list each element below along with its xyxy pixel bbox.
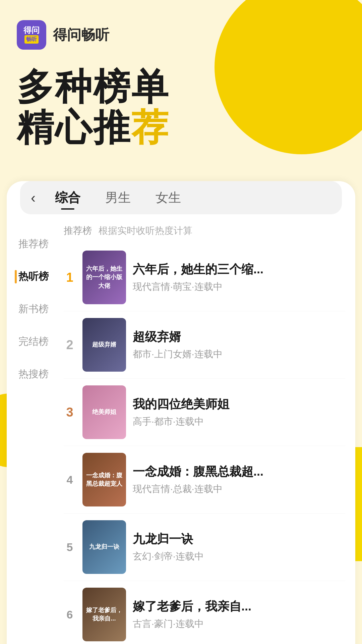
sidebar-item-new[interactable]: 新书榜 <box>7 293 60 325</box>
logo-top-text: 得问 <box>23 26 40 34</box>
book-rank: 4 <box>64 473 76 486</box>
tab-bar: ‹ 综合 男生 女生 <box>20 181 342 214</box>
book-tags: 古言·豪门·连载中 <box>133 618 345 630</box>
recommend-label: 推荐榜 <box>64 224 92 237</box>
book-title: 超级弃婿 <box>133 329 345 345</box>
back-button[interactable]: ‹ <box>28 187 41 209</box>
book-title: 嫁了老爹后，我亲自... <box>133 599 345 614</box>
hero-title-line2-part2: 荐 <box>131 107 170 148</box>
hero-title-line2-part1: 精心推 <box>17 107 131 148</box>
hero-title-line2: 精心推荐 <box>17 107 345 148</box>
sidebar: 推荐榜 热听榜 新书榜 完结榜 热搜榜 <box>7 221 60 644</box>
book-item-2[interactable]: 2 超级弃婿 超级弃婿 都市·上门女婿·连载中 <box>64 311 345 379</box>
tab-comprehensive[interactable]: 综合 <box>44 184 91 212</box>
book-tags: 都市·上门女婿·连载中 <box>133 348 345 361</box>
hero-title-line1: 多种榜单 <box>17 66 345 107</box>
main-card: ‹ 综合 男生 女生 推荐榜 热听榜 新书榜 完结榜 热搜 <box>7 181 355 644</box>
book-item-6[interactable]: 6 嫁了老爹后，我亲自... 嫁了老爹后，我亲自... 古言·豪门·连载中 <box>64 581 345 644</box>
book-info: 六年后，她生的三个缩... 现代言情·萌宝·连载中 <box>133 262 345 293</box>
book-cover: 九龙归一诀 <box>82 520 126 574</box>
book-list-container: 1 六年后，她生的一个缩小版大佬 六年后，她生的三个缩... 现代言情·萌宝·连… <box>64 244 345 644</box>
sidebar-item-completed[interactable]: 完结榜 <box>7 325 60 358</box>
book-info: 超级弃婿 都市·上门女婿·连载中 <box>133 329 345 361</box>
sidebar-item-recommend[interactable]: 推荐榜 <box>7 228 60 260</box>
recommend-header: 推荐榜 根据实时收听热度计算 <box>64 221 345 244</box>
book-title: 六年后，她生的三个缩... <box>133 262 345 277</box>
book-cover: 一念成婚：腹黑总裁超宠人 <box>82 453 126 506</box>
book-info: 我的四位绝美师姐 高手·都市·连载中 <box>133 396 345 428</box>
book-rank: 2 <box>64 338 76 352</box>
book-tags: 高手·都市·连载中 <box>133 415 345 428</box>
book-cover: 嫁了老爹后，我亲自... <box>82 588 126 641</box>
book-tags: 现代言情·总裁·连载中 <box>133 483 345 495</box>
sidebar-item-trending[interactable]: 热搜榜 <box>7 358 60 390</box>
recommend-desc: 根据实时收听热度计算 <box>99 224 192 237</box>
book-cover: 六年后，她生的一个缩小版大佬 <box>82 251 126 304</box>
book-list: 推荐榜 根据实时收听热度计算 1 六年后，她生的一个缩小版大佬 六年后，她生的三… <box>60 221 355 644</box>
logo-bottom-text: 畅听 <box>26 36 37 42</box>
app-logo: 得问 畅听 <box>17 20 46 50</box>
book-rank: 1 <box>64 270 76 285</box>
book-tags: 现代言情·萌宝·连载中 <box>133 280 345 293</box>
hero-section: 多种榜单 精心推荐 <box>0 56 362 168</box>
book-info: 嫁了老爹后，我亲自... 古言·豪门·连载中 <box>133 599 345 631</box>
book-rank: 6 <box>64 608 76 621</box>
book-item-3[interactable]: 3 绝美师姐 我的四位绝美师姐 高手·都市·连载中 <box>64 379 345 446</box>
book-title: 九龙归一诀 <box>133 531 345 547</box>
book-title: 一念成婚：腹黑总裁超... <box>133 464 345 480</box>
book-info: 九龙归一诀 玄幻·剑帝·连载中 <box>133 531 345 563</box>
tab-male[interactable]: 男生 <box>95 184 141 212</box>
book-cover: 超级弃婿 <box>82 318 126 372</box>
book-rank: 5 <box>64 541 76 554</box>
header: 得问 畅听 得问畅听 <box>0 0 362 56</box>
book-tags: 玄幻·剑帝·连载中 <box>133 550 345 563</box>
content-area: 推荐榜 热听榜 新书榜 完结榜 热搜榜 推荐榜 根据实时收听热度计算 <box>7 221 355 644</box>
book-info: 一念成婚：腹黑总裁超... 现代言情·总裁·连载中 <box>133 464 345 496</box>
book-item-5[interactable]: 5 九龙归一诀 九龙归一诀 玄幻·剑帝·连载中 <box>64 514 345 581</box>
logo-bottom-badge: 畅听 <box>24 35 39 44</box>
book-cover: 绝美师姐 <box>82 385 126 439</box>
book-item-4[interactable]: 4 一念成婚：腹黑总裁超宠人 一念成婚：腹黑总裁超... 现代言情·总裁·连载中 <box>64 446 345 514</box>
book-item-1[interactable]: 1 六年后，她生的一个缩小版大佬 六年后，她生的三个缩... 现代言情·萌宝·连… <box>64 244 345 311</box>
app-name: 得问畅听 <box>53 25 109 44</box>
tab-female[interactable]: 女生 <box>145 184 192 212</box>
book-title: 我的四位绝美师姐 <box>133 396 345 412</box>
sidebar-item-hot[interactable]: 热听榜 <box>7 260 60 293</box>
book-rank: 3 <box>64 405 76 420</box>
